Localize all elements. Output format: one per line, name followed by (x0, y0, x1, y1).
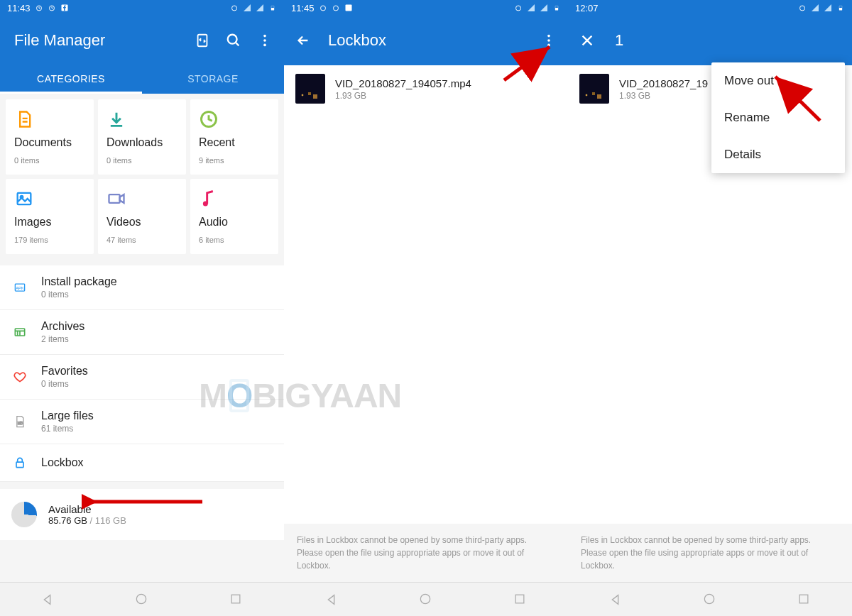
svg-point-24 (320, 6, 325, 11)
lock-icon (11, 454, 28, 471)
cat-documents[interactable]: Documents 0 items (6, 99, 94, 175)
search-icon[interactable] (226, 33, 241, 48)
alarm-icon (332, 4, 340, 12)
svg-point-36 (800, 6, 805, 11)
svg-point-9 (263, 39, 266, 42)
svg-point-8 (263, 35, 266, 38)
svg-rect-29 (555, 8, 558, 10)
svg-point-7 (228, 35, 237, 44)
status-bar: 11:43 (0, 0, 284, 16)
svg-rect-22 (231, 595, 240, 603)
svg-point-33 (420, 594, 430, 603)
list-item-archives[interactable]: Archives2 items (0, 310, 284, 355)
app-bar: File Manager (0, 16, 284, 65)
nav-home-icon[interactable] (418, 592, 434, 607)
large-file-icon: MB (11, 413, 28, 430)
nav-bar (284, 582, 568, 616)
image-icon (14, 189, 34, 209)
lockbox-note: Files in Lockbox cannot be opened by som… (284, 524, 568, 582)
more-icon[interactable] (257, 33, 273, 48)
content: Documents 0 items Downloads 0 items Rece… (0, 94, 284, 582)
cat-videos[interactable]: Videos 47 items (98, 179, 186, 254)
list-item-large-files[interactable]: MB Large files61 items (0, 400, 284, 444)
alarm-icon (798, 4, 807, 12)
archive-icon (11, 324, 28, 341)
svg-text:MB: MB (18, 421, 23, 425)
pane-lockbox-selected: 12:07 1 VID_20180827_19 1.93 GB Files in… (568, 0, 852, 616)
apk-icon: APK (11, 279, 28, 296)
app-title: File Manager (14, 31, 195, 50)
tabs: CATEGORIES STORAGE (0, 65, 284, 94)
svg-rect-38 (839, 8, 842, 10)
status-bar: 12:07 (568, 0, 852, 16)
svg-point-32 (547, 44, 550, 47)
tab-categories[interactable]: CATEGORIES (0, 65, 142, 94)
download-icon (106, 109, 126, 129)
signal-icon (811, 4, 819, 12)
nav-back-icon[interactable] (324, 592, 339, 607)
tab-storage[interactable]: STORAGE (142, 65, 284, 94)
alarm-icon (48, 4, 56, 12)
svg-rect-14 (109, 194, 119, 203)
transfer-icon[interactable] (195, 33, 210, 48)
video-icon (106, 189, 126, 209)
content: VID_20180827_194057.mp4 1.93 GB (284, 65, 568, 582)
storage-label: Available (48, 503, 126, 515)
svg-rect-20 (16, 462, 23, 468)
storage-summary[interactable]: Available 85.76 GB / 116 GB (0, 489, 284, 540)
clock-icon (199, 109, 219, 129)
svg-point-31 (547, 39, 550, 42)
battery-icon (836, 4, 845, 12)
close-icon[interactable] (579, 33, 595, 48)
storage-pie-icon (11, 502, 37, 527)
list-item-favorites[interactable]: Favorites0 items (0, 355, 284, 400)
battery-icon (268, 4, 277, 12)
menu-details[interactable]: Details (711, 136, 845, 173)
selected-count: 1 (615, 31, 841, 50)
nav-recent-icon[interactable] (229, 592, 244, 607)
context-menu: Move out Rename Details (711, 62, 845, 173)
svg-point-27 (516, 6, 521, 11)
svg-rect-6 (198, 35, 207, 47)
menu-move-out[interactable]: Move out (711, 62, 845, 99)
alarm-icon (230, 4, 239, 12)
heart-icon (11, 368, 28, 385)
nav-back-icon[interactable] (40, 592, 55, 607)
file-item[interactable]: VID_20180827_194057.mp4 1.93 GB (284, 65, 568, 112)
more-icon[interactable] (541, 33, 557, 48)
cat-images[interactable]: Images 179 items (6, 179, 94, 254)
nav-back-icon[interactable] (608, 592, 623, 607)
cat-downloads[interactable]: Downloads 0 items (98, 99, 186, 175)
back-icon[interactable] (295, 33, 311, 48)
svg-point-30 (547, 35, 550, 38)
signal-icon (256, 4, 264, 12)
nav-home-icon[interactable] (134, 592, 150, 607)
app-bar: Lockbox (284, 16, 568, 65)
cat-recent[interactable]: Recent 9 items (190, 99, 278, 175)
nav-recent-icon[interactable] (797, 592, 812, 607)
signal-icon (540, 4, 548, 12)
document-icon (14, 109, 34, 129)
lockbox-note: Files in Lockbox cannot be opened by som… (568, 524, 852, 582)
nav-bar (568, 582, 852, 616)
status-time: 11:45 (291, 3, 315, 13)
signal-icon (243, 4, 251, 12)
music-icon (199, 189, 219, 209)
lockbox-title: Lockbox (328, 31, 541, 50)
alarm-icon (319, 4, 327, 12)
video-thumbnail (295, 74, 325, 104)
facebook-icon (60, 4, 69, 12)
alarm-icon (514, 4, 523, 12)
list-item-install-package[interactable]: APK Install package0 items (0, 265, 284, 310)
svg-point-10 (263, 44, 266, 47)
svg-text:APK: APK (16, 286, 24, 290)
menu-rename[interactable]: Rename (711, 99, 845, 136)
pane-lockbox: 11:45 Lockbox VID_20180827_194057.mp4 1.… (284, 0, 568, 616)
svg-rect-40 (799, 595, 808, 603)
cat-audio[interactable]: Audio 6 items (190, 179, 278, 254)
svg-point-13 (21, 196, 23, 199)
nav-home-icon[interactable] (702, 592, 718, 607)
nav-recent-icon[interactable] (513, 592, 528, 607)
video-thumbnail (579, 74, 609, 104)
list-item-lockbox[interactable]: Lockbox (0, 444, 284, 482)
